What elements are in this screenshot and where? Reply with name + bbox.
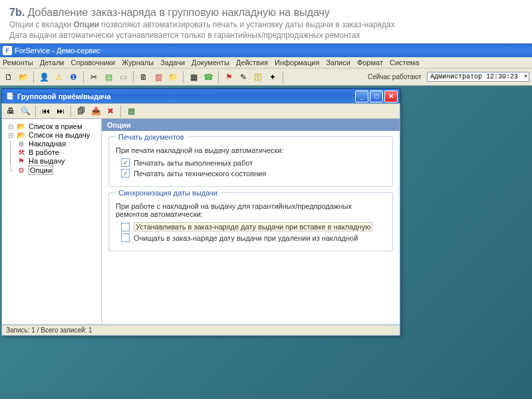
- doc-icon[interactable]: 🗎: [138, 71, 150, 83]
- dialog-content: ⊟📂Список в прием ⊟📂Список на выдачу │🗎На…: [1, 119, 400, 325]
- dialog-title: Групповой приём/выдача: [17, 92, 111, 100]
- tree-item-ready[interactable]: │⚑На выдачу: [6, 157, 97, 165]
- flag-icon: ⚑: [17, 157, 26, 165]
- dialog-titlebar[interactable]: 📑 Групповой приём/выдача _ □ ✕: [1, 88, 400, 103]
- app-client-area: 📑 Групповой приём/выдача _ □ ✕ 🖶 🔍 ⏮ ⏭ 🗐…: [0, 86, 532, 392]
- minimize-button[interactable]: _: [355, 90, 368, 102]
- separator: [35, 105, 36, 117]
- date-sync-legend: Синхронизация даты выдачи: [116, 189, 220, 197]
- tree-item-inwork[interactable]: │🛠В работе: [6, 148, 97, 156]
- separator: [33, 71, 34, 83]
- slide-number: 7b.: [9, 7, 25, 18]
- dialog-statusbar: Запись: 1 / Всего записей: 1: [1, 325, 400, 336]
- group-dialog: 📑 Групповой приём/выдача _ □ ✕ 🖶 🔍 ⏮ ⏭ 🗐…: [1, 88, 400, 336]
- open-icon[interactable]: 📂: [17, 71, 29, 83]
- separator: [70, 105, 71, 117]
- menu-item[interactable]: Задачи: [160, 59, 185, 66]
- menu-item[interactable]: Система: [390, 59, 419, 66]
- document-icon: 🗎: [17, 140, 26, 148]
- chk-print-acts-done[interactable]: Печатать акты выполненных работ: [121, 158, 386, 167]
- warning-icon[interactable]: ⚠: [53, 71, 65, 83]
- cut-icon[interactable]: ✂: [88, 71, 100, 83]
- date-sync-group: Синхронизация даты выдачи При работе с н…: [108, 192, 393, 251]
- preview-icon[interactable]: 🔍: [19, 105, 31, 117]
- slide-header: 7b. Добавление заказ-наряда в групповую …: [0, 0, 532, 43]
- checkbox-icon[interactable]: [121, 233, 130, 242]
- nav-tree: ⊟📂Список в прием ⊟📂Список на выдачу │🗎На…: [2, 119, 102, 325]
- main-app-window: F ForService - Демо-сервис Ремонты Детал…: [0, 43, 532, 392]
- info-icon[interactable]: ❶: [67, 71, 79, 83]
- status-label: Сейчас работают: [368, 73, 424, 80]
- tree-item-intake[interactable]: ⊟📂Список в прием: [6, 122, 97, 130]
- options-header: Опции: [102, 119, 400, 131]
- tree-item-outgoing[interactable]: ⊟📂Список на выдачу: [6, 131, 97, 139]
- separator: [283, 71, 283, 83]
- close-button[interactable]: ✕: [384, 90, 398, 102]
- main-menubar[interactable]: Ремонты Детали Справочники Журналы Задач…: [0, 57, 532, 68]
- copy-icon[interactable]: 🗐: [75, 105, 87, 117]
- separator: [218, 71, 219, 83]
- last-icon[interactable]: ⏭: [55, 105, 66, 117]
- book-icon[interactable]: ▥: [152, 71, 164, 83]
- app-icon: F: [3, 46, 12, 55]
- separator: [120, 105, 121, 117]
- separator: [133, 71, 134, 83]
- excel-icon[interactable]: ▦: [125, 105, 137, 117]
- user-icon[interactable]: 👤: [38, 71, 50, 83]
- checkbox-icon[interactable]: [121, 158, 130, 167]
- menu-item[interactable]: Действия: [236, 59, 268, 66]
- maximize-button[interactable]: □: [370, 90, 383, 102]
- note-icon[interactable]: ✎: [237, 71, 249, 83]
- menu-item[interactable]: Формат: [357, 59, 383, 66]
- checkbox-icon[interactable]: [121, 169, 130, 178]
- status-combo[interactable]: Администратор 12:30:23: [427, 72, 529, 82]
- export-icon[interactable]: 📤: [90, 105, 102, 117]
- chart-icon[interactable]: ▤: [102, 71, 114, 83]
- menu-item[interactable]: Ремонты: [3, 59, 33, 66]
- grid-icon[interactable]: ▦: [188, 71, 200, 83]
- slide-title-text: Добавление заказ-наряда в групповую накл…: [25, 7, 330, 18]
- print-group: Печать документов При печати накладной н…: [108, 136, 393, 187]
- wand-icon[interactable]: ✦: [267, 71, 279, 83]
- chk-print-acts-tech[interactable]: Печатать акты технического состояния: [121, 169, 386, 178]
- menu-item[interactable]: Журналы: [122, 59, 154, 66]
- folder-icon[interactable]: 📁: [167, 71, 179, 83]
- menu-item[interactable]: Справочники: [70, 59, 115, 66]
- key-icon[interactable]: ⚿: [252, 71, 264, 83]
- print-intro: При печати накладной на выдачу автоматич…: [116, 146, 386, 154]
- gear-icon: ⚙: [17, 166, 26, 174]
- tree-item-invoice[interactable]: │🗎Накладная: [6, 140, 97, 148]
- tree-item-options[interactable]: └⚙Опции: [6, 166, 97, 175]
- menu-item[interactable]: Информация: [275, 59, 319, 66]
- print-icon[interactable]: 🖶: [5, 105, 17, 117]
- main-titlebar[interactable]: F ForService - Демо-сервис: [0, 44, 532, 57]
- first-icon[interactable]: ⏮: [40, 105, 52, 117]
- folder-open-icon: 📂: [17, 122, 26, 130]
- separator: [183, 71, 184, 83]
- delete-icon[interactable]: ✖: [104, 105, 116, 117]
- menu-item[interactable]: Документы: [192, 59, 229, 66]
- chk-clear-date-on-remove[interactable]: Очищать в заказ-наряде дату выдачи при у…: [121, 233, 386, 242]
- options-panel: Опции Печать документов При печати накла…: [102, 119, 400, 325]
- folder-open-icon: 📂: [17, 131, 26, 139]
- main-toolbar: 🗋 📂 👤 ⚠ ❶ ✂ ▤ ▭ 🗎 ▥ 📁 ▦ ☎ ⚑ ✎ ⚿ ✦ Сейчас…: [0, 68, 532, 86]
- chk-set-date-on-insert[interactable]: Устанавливать в заказ-наряде дату выдачи…: [121, 222, 386, 231]
- wrench-icon: 🛠: [17, 148, 26, 156]
- card-icon[interactable]: ▭: [117, 71, 129, 83]
- new-icon[interactable]: 🗋: [3, 71, 15, 83]
- print-group-legend: Печать документов: [116, 133, 187, 141]
- menu-item[interactable]: Детали: [40, 59, 65, 66]
- slide-title: 7b. Добавление заказ-наряда в групповую …: [9, 7, 520, 19]
- flag-icon[interactable]: ⚑: [223, 71, 235, 83]
- app-title: ForService - Демо-сервис: [15, 47, 100, 55]
- date-sync-intro: При работе с накладной на выдачу для гар…: [116, 202, 386, 218]
- separator: [83, 71, 84, 83]
- dialog-toolbar: 🖶 🔍 ⏮ ⏭ 🗐 📤 ✖ ▦: [1, 103, 400, 119]
- slide-subtitle-2: Дата выдачи автоматически устанавливаетс…: [9, 31, 520, 41]
- dialog-icon: 📑: [5, 92, 15, 101]
- phone-icon[interactable]: ☎: [202, 71, 214, 83]
- menu-item[interactable]: Записи: [326, 59, 350, 66]
- slide-subtitle-1: Опции с вкладки Опции позволяют автомати…: [9, 20, 520, 31]
- checkbox-icon[interactable]: [121, 223, 130, 231]
